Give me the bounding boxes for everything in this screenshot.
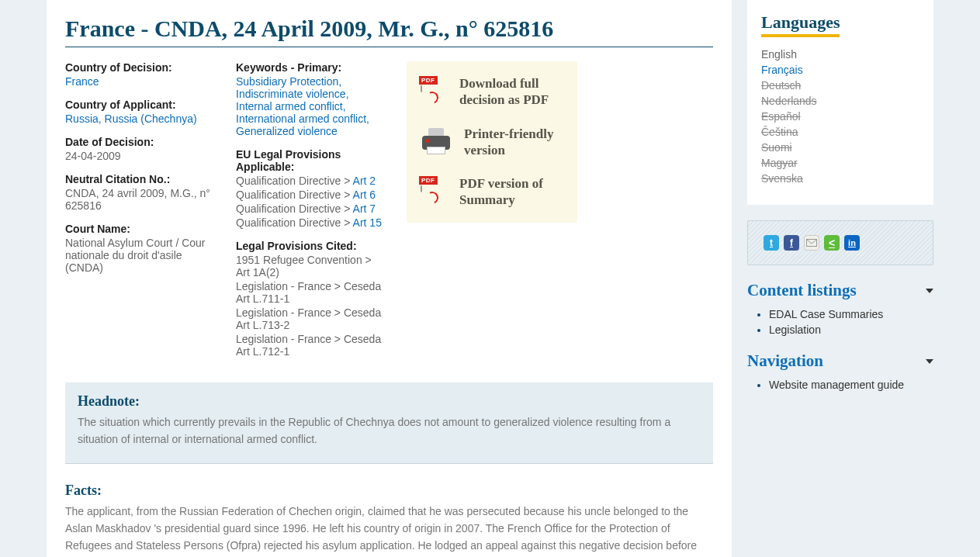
language-option-disabled: Español — [761, 110, 919, 123]
download-full-pdf-text: Download full decision as PDF — [459, 75, 563, 109]
headnote-heading: Headnote: — [78, 393, 701, 410]
eu-provision-line: Qualification Directive > Art 7 — [236, 202, 383, 215]
neutral-citation-label: Neutral Citation No.: — [65, 173, 220, 185]
country-decision-label: Country of Decision: — [65, 61, 220, 74]
legal-cited-line: 1951 Refugee Convention > Art 1A(2) — [236, 254, 383, 278]
legal-cited-list: 1951 Refugee Convention > Art 1A(2)Legis… — [236, 254, 383, 358]
navigation-list: Website management guide — [769, 379, 933, 391]
eu-provision-link[interactable]: Art 2 — [353, 175, 376, 187]
applicant-link-1[interactable]: Russia (Chechnya) — [105, 112, 197, 125]
content-listings-block: Content listings EDAL Case SummariesLegi… — [747, 281, 933, 336]
eu-provision-link[interactable]: Art 15 — [353, 216, 382, 229]
keyword-link[interactable]: Generalized violence — [236, 125, 338, 137]
sep: , — [99, 112, 105, 125]
navigation-item[interactable]: Website management guide — [769, 379, 933, 391]
eu-provision-line: Qualification Directive > Art 6 — [236, 189, 383, 201]
pdf-icon: PDF — [421, 76, 447, 107]
download-box: PDF Download full decision as PDF Printe… — [407, 61, 577, 223]
language-option-disabled: Svenska — [761, 172, 919, 185]
country-decision-link[interactable]: France — [65, 75, 99, 88]
applicant-link-0[interactable]: Russia — [65, 112, 99, 125]
headnote-text: The situation which currently prevails i… — [78, 414, 701, 448]
navigation-block: Navigation Website management guide — [747, 351, 933, 391]
navigation-toggle[interactable]: Navigation — [747, 351, 933, 371]
content-listing-item[interactable]: Legislation — [769, 323, 933, 336]
keyword-link[interactable]: Indiscriminate violence — [236, 88, 346, 100]
country-applicant-label: Country of Applicant: — [65, 99, 220, 111]
court-name-label: Court Name: — [65, 223, 220, 235]
legal-cited-label: Legal Provisions Cited: — [236, 240, 383, 252]
download-full-pdf-link[interactable]: PDF Download full decision as PDF — [421, 75, 563, 109]
date-decision-value: 24-04-2009 — [65, 150, 220, 162]
navigation-heading: Navigation — [747, 351, 823, 371]
language-option-disabled: Suomi — [761, 141, 919, 154]
chevron-down-icon — [926, 289, 933, 293]
language-option-disabled: Magyar — [761, 157, 919, 169]
mail-icon[interactable] — [804, 235, 819, 251]
keyword-link[interactable]: Internal armed conflict — [236, 100, 343, 112]
languages-card: Languages EnglishFrançaisDeutschNederlan… — [747, 0, 933, 205]
language-option-disabled: Nederlands — [761, 95, 919, 107]
eu-provision-line: Qualification Directive > Art 2 — [236, 175, 383, 187]
page-title: France - CNDA, 24 April 2009, Mr. G., n°… — [65, 16, 713, 47]
keyword-link[interactable]: Subsidiary Protection — [236, 75, 338, 88]
legal-cited-line: Legislation - France > Ceseda Art L.713-… — [236, 306, 383, 331]
printer-friendly-link[interactable]: Printer-friendly version — [421, 126, 563, 159]
legal-cited-line: Legislation - France > Ceseda Art L.712-… — [236, 333, 383, 358]
sidebar: Languages EnglishFrançaisDeutschNederlan… — [747, 0, 933, 557]
chevron-down-icon — [926, 359, 933, 364]
content-listing-item[interactable]: EDAL Case Summaries — [769, 308, 933, 320]
share-card: t f < in — [747, 220, 933, 265]
facts-heading: Facts: — [65, 483, 713, 499]
eu-provisions-list: Qualification Directive > Art 2Qualifica… — [236, 175, 383, 229]
keyword-link[interactable]: International armed conflict — [236, 112, 366, 125]
legal-cited-line: Legislation - France > Ceseda Art L.711-… — [236, 280, 383, 305]
eu-provision-link[interactable]: Art 6 — [353, 189, 376, 201]
content-listings-heading: Content listings — [747, 281, 857, 300]
language-option[interactable]: English — [761, 48, 919, 61]
facebook-icon[interactable]: f — [784, 235, 799, 251]
keywords-primary-values: Subsidiary Protection, Indiscriminate vi… — [236, 75, 383, 137]
language-option-disabled: Čeština — [761, 126, 919, 138]
headnote-box: Headnote: The situation which currently … — [65, 382, 713, 464]
pdf-icon: PDF — [421, 176, 447, 207]
twitter-icon[interactable]: t — [764, 235, 779, 251]
linkedin-icon[interactable]: in — [844, 235, 860, 251]
download-summary-pdf-text: PDF version of Summary — [459, 175, 563, 209]
court-name-value: National Asylum Court / Cour nationale d… — [65, 237, 220, 274]
facts-text: The applicant, from the Russian Federati… — [65, 503, 713, 557]
content-listings-list: EDAL Case SummariesLegislation — [769, 308, 933, 336]
download-summary-pdf-link[interactable]: PDF PDF version of Summary — [421, 175, 563, 209]
share-icon[interactable]: < — [824, 235, 840, 251]
language-option-disabled: Deutsch — [761, 79, 919, 92]
eu-provision-line: Qualification Directive > Art 15 — [236, 216, 383, 229]
eu-provisions-label: EU Legal Provisions Applicable: — [236, 148, 383, 173]
main-content: France - CNDA, 24 April 2009, Mr. G., n°… — [47, 0, 732, 557]
content-listings-toggle[interactable]: Content listings — [747, 281, 933, 300]
neutral-citation-value: CNDA, 24 avril 2009, M.G., n° 625816 — [65, 187, 220, 212]
keywords-primary-label: Keywords - Primary: — [236, 61, 383, 74]
meta-column-2: Keywords - Primary: Subsidiary Protectio… — [236, 61, 383, 368]
language-option[interactable]: Français — [761, 64, 919, 76]
eu-provision-link[interactable]: Art 7 — [353, 202, 376, 215]
facts-section: Facts: The applicant, from the Russian F… — [65, 483, 713, 557]
language-list: EnglishFrançaisDeutschNederlandsEspañolČ… — [761, 48, 919, 185]
printer-friendly-text: Printer-friendly version — [464, 126, 563, 159]
date-decision-label: Date of Decision: — [65, 136, 220, 148]
languages-heading: Languages — [761, 12, 840, 37]
printer-icon — [421, 128, 452, 156]
meta-column-1: Country of Decision: France Country of A… — [65, 61, 220, 368]
